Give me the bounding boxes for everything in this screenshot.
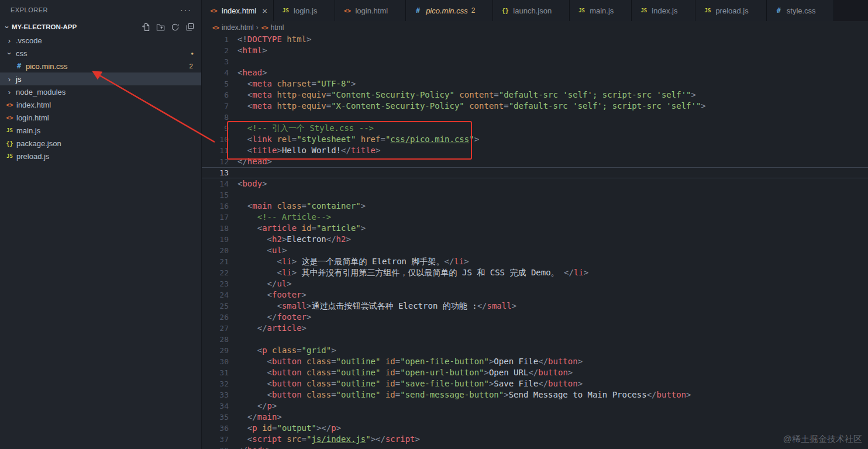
breadcrumb-item[interactable]: <>html bbox=[261, 23, 284, 32]
line-content: <main class="container"> bbox=[229, 201, 366, 212]
code-line-33[interactable]: 33 <button class="outline" id="send-mess… bbox=[202, 389, 868, 400]
line-number: 21 bbox=[202, 256, 229, 267]
code-line-8[interactable]: 8 bbox=[202, 112, 868, 123]
html-file-icon: <> bbox=[5, 102, 15, 108]
code-line-2[interactable]: 2<html> bbox=[202, 45, 868, 56]
tab-login.html[interactable]: <>login.html bbox=[335, 0, 406, 21]
close-icon[interactable]: × bbox=[262, 6, 267, 15]
tab-preload.js[interactable]: JSpreload.js bbox=[695, 0, 766, 21]
code-line-14[interactable]: 14<body> bbox=[202, 178, 868, 189]
code-line-30[interactable]: 30 <button class="outline" id="open-file… bbox=[202, 356, 868, 367]
code-line-25[interactable]: 25 <small>通过点击按钮尝试各种 Electron 的功能 :</sma… bbox=[202, 301, 868, 312]
tab-login.js[interactable]: JSlogin.js bbox=[274, 0, 335, 21]
file-index.html[interactable]: <>index.html bbox=[0, 98, 201, 111]
folder-node_modules[interactable]: ›node_modules bbox=[0, 85, 201, 98]
tab-pico.min.css[interactable]: #pico.min.css2 bbox=[406, 0, 493, 21]
code-line-7[interactable]: 7 <meta http-equiv="X-Content-Security-P… bbox=[202, 101, 868, 112]
tab-index.html[interactable]: <>index.html× bbox=[202, 0, 274, 21]
line-number: 36 bbox=[202, 423, 229, 434]
code-line-24[interactable]: 24 <footer> bbox=[202, 289, 868, 301]
file-pico.min.css[interactable]: #pico.min.css2 bbox=[0, 60, 201, 72]
code-line-28[interactable]: 28 bbox=[202, 334, 868, 345]
code-line-6[interactable]: 6 <meta http-equiv="Content-Security-Pol… bbox=[202, 89, 868, 101]
code-line-23[interactable]: 23 </ul> bbox=[202, 278, 868, 289]
problems-badge: 2 bbox=[190, 63, 193, 70]
code-line-38[interactable]: 38</body> bbox=[202, 445, 868, 449]
folder-js[interactable]: ›js bbox=[0, 72, 201, 85]
explorer-title: EXPLORER bbox=[11, 6, 48, 13]
line-content: <meta http-equiv="X-Content-Security-Pol… bbox=[229, 101, 706, 112]
line-content: <html> bbox=[229, 45, 267, 56]
code-line-1[interactable]: 1<!DOCTYPE html> bbox=[202, 34, 868, 45]
line-content: <button class="outline" id="save-file-bu… bbox=[229, 378, 583, 389]
tree-item-label: index.html bbox=[16, 101, 51, 109]
html-file-icon: <> bbox=[212, 25, 220, 31]
folder-.vscode[interactable]: ›.vscode bbox=[0, 34, 201, 47]
line-number: 26 bbox=[202, 312, 229, 323]
code-line-19[interactable]: 19 <h2>Electron</h2> bbox=[202, 234, 868, 245]
line-number: 18 bbox=[202, 223, 229, 234]
line-content: <meta http-equiv="Content-Security-Polic… bbox=[229, 89, 696, 101]
code-line-34[interactable]: 34 </p> bbox=[202, 400, 868, 412]
code-line-17[interactable]: 17 <!-- Article--> bbox=[202, 212, 868, 223]
line-number: 19 bbox=[202, 234, 229, 245]
collapse-all-icon[interactable] bbox=[185, 23, 194, 32]
breadcrumb: <>index.html›<>html bbox=[202, 21, 868, 34]
chevron-down-icon: › bbox=[3, 22, 12, 32]
file-login.html[interactable]: <>login.html bbox=[0, 111, 201, 124]
css-file-icon: # bbox=[774, 6, 784, 15]
code-line-31[interactable]: 31 <button class="outline" id="open-url-… bbox=[202, 367, 868, 378]
css-file-icon: # bbox=[14, 62, 24, 70]
code-line-4[interactable]: 4<head> bbox=[202, 67, 868, 78]
line-content: <!-- 引入一个 Style.css --> bbox=[229, 123, 374, 134]
code-line-36[interactable]: 36 <p id="output"></p> bbox=[202, 423, 868, 434]
code-line-35[interactable]: 35 </main> bbox=[202, 412, 868, 423]
file-main.js[interactable]: JSmain.js bbox=[0, 124, 201, 137]
tab-main.js[interactable]: JSmain.js bbox=[570, 0, 632, 21]
more-actions-icon[interactable]: ··· bbox=[180, 5, 192, 15]
code-line-21[interactable]: 21 <li> 这是一个最简单的 Eletron 脚手架。</li> bbox=[202, 256, 868, 267]
file-package.json[interactable]: {}package.json bbox=[0, 137, 201, 150]
new-file-icon[interactable] bbox=[142, 23, 150, 32]
line-content bbox=[229, 112, 237, 123]
line-content: <!DOCTYPE html> bbox=[229, 34, 311, 45]
tab-launch.json[interactable]: {}launch.json bbox=[493, 0, 570, 21]
code-editor[interactable]: 1<!DOCTYPE html>2<html>34<head>5 <meta c… bbox=[202, 34, 868, 449]
code-line-12[interactable]: 12</head> bbox=[202, 156, 868, 167]
line-content: <!-- Article--> bbox=[229, 212, 331, 223]
file-preload.js[interactable]: JSpreload.js bbox=[0, 150, 201, 163]
line-number: 10 bbox=[202, 134, 229, 145]
breadcrumb-item[interactable]: <>index.html bbox=[212, 23, 254, 32]
code-line-37[interactable]: 37 <script src="js/index.js"></script> bbox=[202, 434, 868, 445]
code-line-20[interactable]: 20 <ul> bbox=[202, 245, 868, 256]
folder-css[interactable]: ›css● bbox=[0, 47, 201, 60]
code-line-5[interactable]: 5 <meta charset="UTF-8"> bbox=[202, 78, 868, 89]
tab-style.css[interactable]: #style.css bbox=[767, 0, 834, 21]
code-line-18[interactable]: 18 <article id="article"> bbox=[202, 223, 868, 234]
code-line-26[interactable]: 26 </footer> bbox=[202, 312, 868, 323]
code-line-3[interactable]: 3 bbox=[202, 56, 868, 67]
json-file-icon: {} bbox=[5, 140, 15, 147]
code-line-15[interactable]: 15 bbox=[202, 189, 868, 201]
tab-index.js[interactable]: JSindex.js bbox=[632, 0, 695, 21]
refresh-icon[interactable] bbox=[171, 23, 180, 32]
project-root-row[interactable]: › MY-ELECTRON-APP bbox=[0, 20, 201, 34]
line-content: </footer> bbox=[229, 312, 311, 323]
code-line-10[interactable]: 10 <link rel="stylesheet" href="css/pico… bbox=[202, 134, 868, 145]
code-line-22[interactable]: 22 <li> 其中并没有引用第三方组件，仅以最简单的 JS 和 CSS 完成 … bbox=[202, 267, 868, 278]
new-folder-icon[interactable] bbox=[156, 23, 165, 32]
code-line-13[interactable]: 13 bbox=[202, 167, 868, 178]
line-number: 4 bbox=[202, 67, 229, 78]
line-content: <button class="outline" id="send-message… bbox=[229, 389, 691, 400]
line-content: </article> bbox=[229, 323, 306, 334]
code-line-29[interactable]: 29 <p class="grid"> bbox=[202, 345, 868, 356]
code-line-9[interactable]: 9 <!-- 引入一个 Style.css --> bbox=[202, 123, 868, 134]
js-file-icon: JS bbox=[577, 8, 587, 13]
line-content: </p> bbox=[229, 400, 277, 412]
line-content: <title>Hello World!</title> bbox=[229, 145, 381, 156]
code-line-11[interactable]: 11 <title>Hello World!</title> bbox=[202, 145, 868, 156]
line-number: 13 bbox=[202, 167, 229, 178]
code-line-32[interactable]: 32 <button class="outline" id="save-file… bbox=[202, 378, 868, 389]
code-line-16[interactable]: 16 <main class="container"> bbox=[202, 201, 868, 212]
code-line-27[interactable]: 27 </article> bbox=[202, 323, 868, 334]
